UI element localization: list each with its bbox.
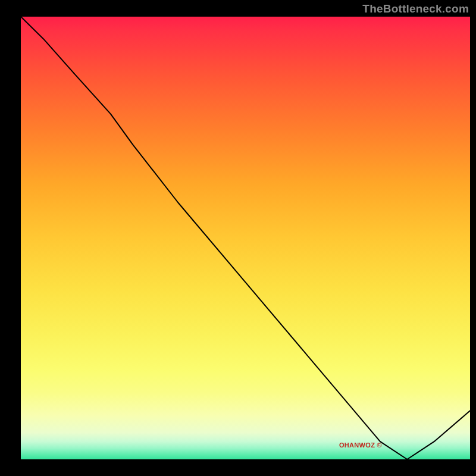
annotation-label: OHANWOZ ©	[339, 441, 382, 449]
chart-container: TheBottleneck.com OHANWOZ ©	[0, 0, 476, 476]
line-chart-svg	[0, 0, 476, 476]
data-curve	[21, 17, 470, 459]
